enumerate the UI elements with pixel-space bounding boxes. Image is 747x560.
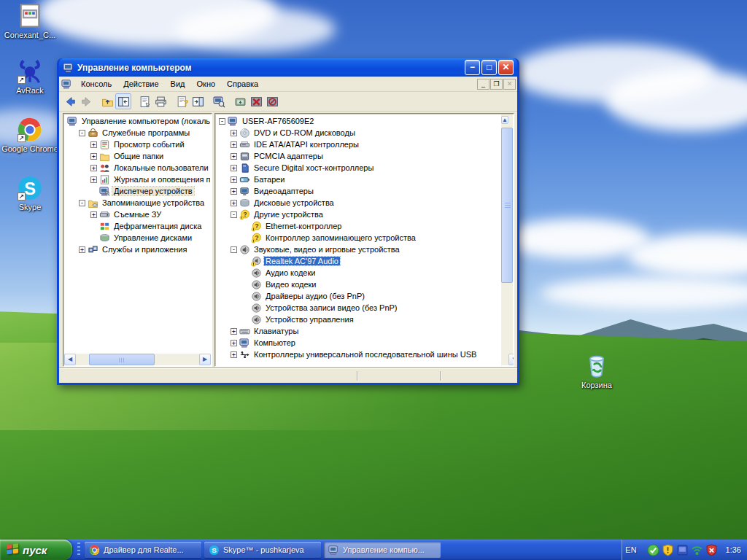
- expand-toggle[interactable]: +: [231, 200, 237, 206]
- tree-node-storage-ctrl[interactable]: ?Контроллер запоминающего устройства: [217, 232, 500, 244]
- scrollbar-thumb[interactable]: [89, 354, 155, 365]
- tree-node-removable[interactable]: +Съемные ЗУ: [65, 209, 210, 220]
- tree-node-video-codecs[interactable]: Видео кодеки: [217, 279, 500, 290]
- language-indicator[interactable]: EN: [625, 545, 636, 554]
- vertical-scrollbar[interactable]: ▲ ▼: [501, 114, 513, 365]
- expand-toggle[interactable]: +: [90, 153, 97, 160]
- expand-toggle[interactable]: +: [231, 153, 237, 160]
- mdi-restore-button[interactable]: ❐: [490, 79, 503, 90]
- expand-toggle[interactable]: -: [231, 211, 237, 218]
- scroll-left-arrow[interactable]: ◀: [64, 354, 76, 365]
- desktop-icon-skype[interactable]: S↗Skype: [1, 175, 58, 211]
- expand-toggle[interactable]: -: [231, 246, 237, 253]
- tree-node-audio-codecs[interactable]: Аудио кодеки: [217, 267, 500, 279]
- show-tree-button[interactable]: [115, 93, 131, 109]
- expand-toggle[interactable]: +: [90, 211, 97, 218]
- menu-item-3[interactable]: Вид: [165, 78, 191, 90]
- mdi-minimize-button[interactable]: _: [477, 79, 489, 90]
- tree-node-usb[interactable]: +Контроллеры универсальной последователь…: [217, 349, 500, 360]
- minimize-button[interactable]: −: [465, 60, 480, 75]
- mdi-close-button[interactable]: ✕: [503, 79, 516, 90]
- tree-node-computer-management[interactable]: Управление компьютером (локаль: [65, 115, 210, 127]
- tree-node-disks[interactable]: +Дисковые устройства: [217, 197, 500, 209]
- maximize-button[interactable]: □: [481, 60, 497, 75]
- expand-toggle[interactable]: +: [79, 246, 85, 253]
- tree-node-shared-folders[interactable]: +Общие папки: [65, 150, 210, 162]
- tree-node-video[interactable]: +Видеоадаптеры: [217, 185, 500, 197]
- shield-warning-icon[interactable]: [662, 544, 674, 556]
- expand-toggle[interactable]: +: [231, 141, 237, 148]
- uninstall-button[interactable]: [248, 93, 264, 109]
- title-bar[interactable]: Управление компьютером − □ ✕: [59, 58, 517, 77]
- tree-node-dvd[interactable]: +DVD и CD-ROM дисководы: [217, 127, 500, 139]
- start-button[interactable]: пуск: [0, 540, 72, 560]
- expand-toggle[interactable]: -: [79, 130, 85, 136]
- expand-toggle[interactable]: +: [231, 176, 237, 183]
- task-button-skype-task[interactable]: SSkype™ - pushkarjeva: [204, 542, 321, 558]
- tree-node-keyboards[interactable]: +Клавиатуры: [217, 325, 500, 337]
- expand-toggle[interactable]: +: [231, 130, 237, 136]
- tree-node-audio-drivers[interactable]: Драйверы аудио (без PnP): [217, 290, 500, 302]
- display-icon[interactable]: [676, 544, 689, 556]
- update-driver-button[interactable]: [232, 93, 248, 109]
- desktop-icon-conexant[interactable]: Conexant_C...: [1, 3, 58, 39]
- tree-node-event-viewer[interactable]: +Просмотр событий: [65, 139, 210, 150]
- help-button[interactable]: ?: [174, 93, 190, 109]
- task-button-chrome-task[interactable]: Драйвер для Realte...: [85, 542, 201, 558]
- quick-launch-divider[interactable]: [77, 542, 80, 557]
- tree-node-storage[interactable]: -Запоминающие устройства: [65, 197, 210, 209]
- expand-toggle[interactable]: +: [231, 351, 237, 358]
- menu-item-1[interactable]: Консоль: [75, 78, 117, 90]
- tree-node-device-manager[interactable]: Диспетчер устройств: [65, 185, 210, 197]
- desktop-icon-recycle-bin[interactable]: Корзина: [568, 353, 625, 389]
- scan-hardware-button[interactable]: [211, 93, 227, 109]
- tree-node-ethernet[interactable]: ?Ethernet-контроллер: [217, 220, 500, 232]
- show-pane-button[interactable]: [190, 93, 206, 109]
- menu-item-2[interactable]: Действие: [117, 78, 164, 90]
- desktop-icon-chrome[interactable]: ↗Google Chrome: [1, 117, 58, 153]
- properties-button[interactable]: [136, 93, 152, 109]
- tree-node-batteries[interactable]: +Батареи: [217, 174, 500, 185]
- check-green-icon[interactable]: [647, 544, 659, 556]
- expand-toggle[interactable]: +: [90, 176, 97, 183]
- wireless-icon[interactable]: [691, 544, 703, 556]
- horizontal-scrollbar[interactable]: ◀ ▶: [64, 354, 211, 365]
- menu-item-4[interactable]: Окно: [191, 78, 222, 90]
- close-button[interactable]: ✕: [498, 60, 514, 75]
- tree-node-sound[interactable]: -Звуковые, видео и игровые устройства: [217, 244, 500, 255]
- menu-item-5[interactable]: Справка: [221, 78, 264, 90]
- tree-node-defrag[interactable]: Дефрагментация диска: [65, 220, 210, 232]
- shield-error-icon[interactable]: [705, 544, 718, 556]
- expand-toggle[interactable]: +: [231, 165, 237, 171]
- tree-node-computer-node[interactable]: +Компьютер: [217, 337, 500, 349]
- expand-toggle[interactable]: +: [90, 141, 97, 148]
- tree-node-disk-mgmt[interactable]: Управление дисками: [65, 232, 210, 244]
- tree-node-video-capture[interactable]: Устройства записи видео (без PnP): [217, 302, 500, 314]
- tree-node-local-users[interactable]: +Локальные пользователи: [65, 162, 210, 174]
- tree-node-perf-logs[interactable]: +Журналы и оповещения пр: [65, 174, 210, 185]
- forward-button[interactable]: [78, 93, 94, 109]
- expand-toggle[interactable]: +: [90, 165, 97, 171]
- tree-node-pcmcia[interactable]: +PCMCIA адаптеры: [217, 150, 500, 162]
- back-button[interactable]: [62, 93, 78, 109]
- expand-toggle[interactable]: +: [231, 328, 237, 335]
- tree-node-host[interactable]: -USER-AF765609E2: [217, 115, 500, 127]
- tree-node-sd[interactable]: +Secure Digital хост-контроллеры: [217, 162, 500, 174]
- up-folder-button[interactable]: [99, 93, 115, 109]
- tree-node-other[interactable]: -?Другие устройства: [217, 209, 500, 220]
- desktop-icon-avrack[interactable]: ↗AvRack: [1, 58, 58, 95]
- scrollbar-thumb[interactable]: [501, 128, 513, 283]
- tree-node-realtek[interactable]: Realtek AC'97 Audio: [217, 255, 500, 267]
- scroll-up-arrow[interactable]: ▲: [501, 116, 508, 124]
- tree-node-ide[interactable]: +IDE ATA/ATAPI контроллеры: [217, 139, 500, 150]
- expand-toggle[interactable]: +: [231, 340, 237, 346]
- expand-toggle[interactable]: -: [219, 118, 225, 125]
- scroll-right-arrow[interactable]: ▶: [199, 354, 211, 365]
- task-button-mmc-task[interactable]: Управление компью...: [324, 542, 441, 558]
- print-button[interactable]: [152, 93, 169, 109]
- tree-node-services[interactable]: +Службы и приложения: [65, 244, 210, 255]
- expand-toggle[interactable]: -: [79, 200, 85, 206]
- tree-node-control-device[interactable]: Устройство управления: [217, 314, 500, 325]
- expand-toggle[interactable]: +: [231, 188, 237, 195]
- tree-node-system-tools[interactable]: -Служебные программы: [65, 127, 210, 139]
